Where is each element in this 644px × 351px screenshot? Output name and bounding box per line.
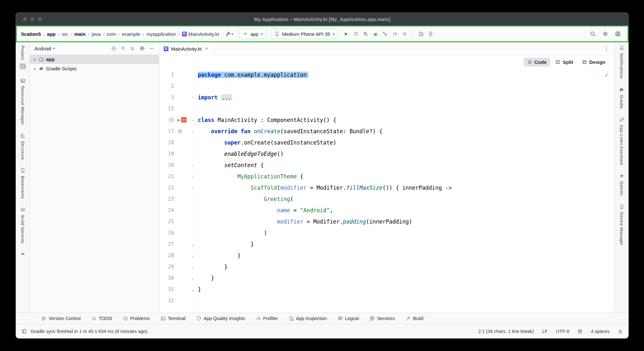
- panel-settings-icon[interactable]: [139, 45, 145, 51]
- breadcrumb-item-src[interactable]: src: [61, 31, 69, 37]
- code-line[interactable]: 2: [159, 80, 614, 92]
- breadcrumb-item-mainactivity-kt[interactable]: KMainActivity.kt: [181, 31, 220, 37]
- tool-window-button-logcat[interactable]: Logcat: [338, 316, 359, 321]
- stop-button[interactable]: [401, 30, 408, 37]
- minimize-window-button[interactable]: [30, 17, 34, 21]
- running-devices-button[interactable]: [427, 30, 434, 37]
- expand-all-icon[interactable]: [120, 46, 126, 51]
- project-view-selector[interactable]: Android ▾: [33, 45, 56, 52]
- code-line[interactable]: 18 super.onCreate(savedInstanceState): [159, 137, 614, 148]
- code-line[interactable]: 22▿ Scaffold(modifier = Modifier.fillMax…: [159, 182, 614, 193]
- tool-window-button-profiler[interactable]: Profiler: [256, 316, 278, 321]
- override-method-icon[interactable]: [178, 129, 182, 134]
- tool-window-button-gemini[interactable]: Gemini: [619, 173, 624, 196]
- profile-button[interactable]: [391, 30, 399, 37]
- tool-window-button-resource-manager[interactable]: Resource Manager: [20, 78, 25, 125]
- tool-window-button-project[interactable]: Project: [19, 45, 26, 70]
- tree-item-app[interactable]: ▸app: [30, 55, 159, 64]
- editor-body[interactable]: CodeSplitDesign ✓ 1package com.example.m…: [159, 55, 614, 313]
- fold-marker-icon[interactable]: ▵: [191, 254, 194, 258]
- indent-style[interactable]: 4 spaces: [591, 329, 610, 334]
- tool-window-button-app-links-assistant[interactable]: App Links Assistant: [619, 117, 624, 165]
- breadcrumb-item-example[interactable]: example: [121, 31, 141, 37]
- tool-window-button-app-inspection[interactable]: App Inspection: [289, 316, 327, 321]
- run-configuration-select[interactable]: app ▾: [239, 29, 266, 39]
- compose-preview-icon[interactable]: <>: [181, 117, 187, 123]
- code-line[interactable]: 1package com.example.myapplication: [159, 69, 614, 80]
- code-line[interactable]: 31▵}: [159, 284, 614, 295]
- code-line[interactable]: 15: [159, 103, 614, 114]
- breadcrumb-item-java[interactable]: java: [91, 31, 101, 37]
- tab-mainactivity[interactable]: K MainActivity.kt ×: [159, 42, 213, 55]
- view-mode-split[interactable]: Split: [552, 58, 577, 66]
- code-line[interactable]: 17▿ override fun onCreate(savedInstanceS…: [159, 125, 614, 137]
- tool-window-button-device-manager[interactable]: Device Manager: [619, 204, 624, 246]
- fold-marker-icon[interactable]: ▿: [191, 175, 194, 179]
- layout-widget-icon[interactable]: [22, 329, 27, 334]
- fold-marker-icon[interactable]: ▿: [191, 130, 194, 134]
- hide-panel-icon[interactable]: [149, 46, 154, 51]
- tool-window-button-app-quality-insights[interactable]: App Quality Insights: [197, 316, 245, 321]
- fold-marker-icon[interactable]: ▿: [191, 186, 194, 191]
- fold-marker-icon[interactable]: ▿: [191, 118, 194, 123]
- code-line[interactable]: 32: [159, 295, 614, 306]
- fold-marker-icon[interactable]: ▵: [191, 276, 194, 281]
- breadcrumb-item-myapplication[interactable]: myapplication: [146, 31, 177, 37]
- code-line[interactable]: 29▵ }: [159, 261, 614, 272]
- lock-icon[interactable]: [618, 329, 623, 334]
- tool-window-button-services[interactable]: Services: [370, 316, 395, 321]
- code-line[interactable]: 23 Greeting(: [159, 193, 614, 205]
- fold-marker-icon[interactable]: ▿: [191, 96, 194, 100]
- close-tab-icon[interactable]: ×: [205, 46, 208, 52]
- fold-marker-icon[interactable]: ▿: [191, 164, 194, 168]
- breadcrumb-item-app[interactable]: app: [46, 31, 56, 37]
- status-message[interactable]: Gradle sync finished in 1 m 45 s 834 ms …: [31, 329, 148, 334]
- tool-window-button-android-gray[interactable]: [20, 252, 25, 257]
- breadcrumb-item-main[interactable]: main: [74, 31, 86, 37]
- device-mirroring-button[interactable]: [418, 30, 425, 37]
- fold-marker-icon[interactable]: ▵: [191, 243, 194, 247]
- tool-window-button-build[interactable]: Build: [406, 316, 423, 321]
- code-line[interactable]: 30▵ }: [159, 272, 614, 284]
- apply-changes-button[interactable]: [352, 30, 360, 37]
- fold-marker-icon[interactable]: ▵: [191, 288, 194, 292]
- code-line[interactable]: 16▶<>▿class MainActivity : ComponentActi…: [159, 114, 614, 125]
- editor-options-icon[interactable]: ⋮: [598, 45, 614, 52]
- tool-window-button-structure[interactable]: Structure: [20, 133, 25, 160]
- run-button[interactable]: [342, 30, 350, 38]
- inspection-status-icon[interactable]: ✓: [605, 71, 609, 79]
- view-mode-code[interactable]: Code: [524, 58, 551, 66]
- fold-marker-icon[interactable]: ▵: [191, 265, 194, 270]
- breadcrumb-item-com[interactable]: com: [106, 31, 116, 37]
- code-line[interactable]: 27▵ }: [159, 238, 614, 250]
- settings-button[interactable]: [601, 30, 609, 38]
- tool-window-button-version-control[interactable]: Version Control: [42, 316, 81, 321]
- run-gutter-icon[interactable]: ▶: [178, 117, 180, 122]
- tool-window-button-problems[interactable]: Problems: [123, 316, 150, 321]
- profile-avatar-button[interactable]: [614, 30, 622, 38]
- device-select[interactable]: Medium Phone API 35 ▾: [271, 29, 338, 39]
- search-everywhere-button[interactable]: [589, 30, 597, 38]
- caret-position[interactable]: 2:1 (34 chars, 1 line break): [478, 329, 533, 334]
- code-line[interactable]: 25 modifier = Modifier.padding(innerPadd…: [159, 216, 614, 227]
- close-window-button[interactable]: [23, 17, 27, 21]
- code-line[interactable]: 20▿ setContent {: [159, 159, 614, 171]
- breadcrumb-item-lication5[interactable]: lication5: [21, 31, 42, 37]
- build-menu-button[interactable]: ▾: [224, 30, 235, 38]
- debug-button[interactable]: [372, 30, 379, 38]
- locate-file-icon[interactable]: [111, 46, 116, 51]
- attach-debugger-button[interactable]: [382, 30, 389, 37]
- code-line[interactable]: 24 name = "Android",: [159, 205, 614, 216]
- code-line[interactable]: 26 ): [159, 227, 614, 238]
- code-line[interactable]: 28▵ }: [159, 250, 614, 261]
- file-encoding[interactable]: UTF-8: [556, 329, 569, 334]
- tool-window-button-gradle[interactable]: Gradle: [619, 87, 624, 109]
- tool-window-button-todo[interactable]: TODO: [91, 316, 112, 321]
- code-line[interactable]: 19 enableEdgeToEdge(): [159, 148, 614, 159]
- tool-window-button-notifications[interactable]: Notifications: [619, 45, 624, 79]
- expand-chevron-icon[interactable]: ▸: [33, 66, 37, 71]
- tree-item-gradle-scripts[interactable]: ▸Gradle Scripts: [30, 64, 159, 73]
- line-separator[interactable]: LF: [542, 329, 548, 334]
- code-line[interactable]: 3▿import ...: [159, 92, 614, 103]
- apply-code-changes-button[interactable]: [362, 30, 369, 37]
